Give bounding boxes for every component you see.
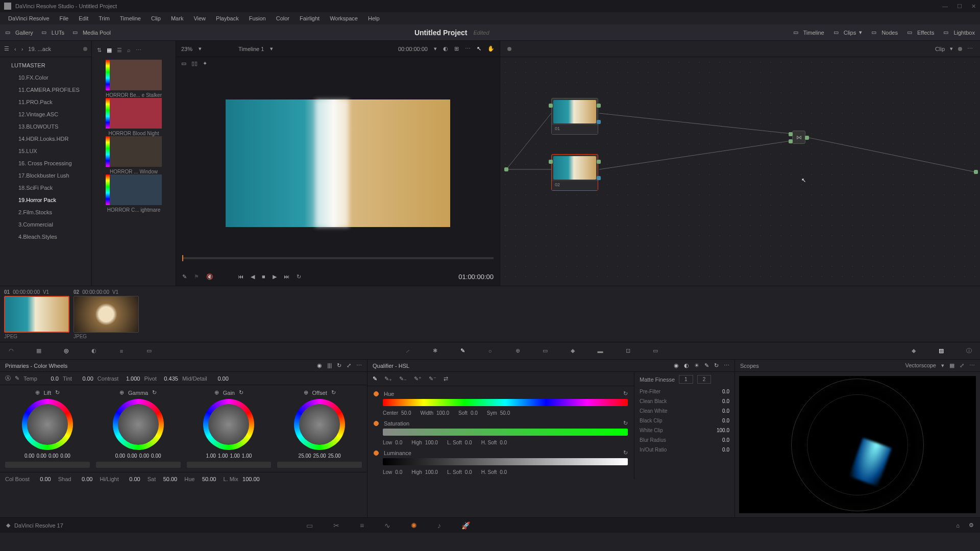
magic-mask-tool[interactable]: ▭ <box>540 346 550 356</box>
node-output[interactable] <box>974 170 978 174</box>
wheel-mode-icon[interactable]: ◉ <box>317 362 322 369</box>
more-icon[interactable]: ⋯ <box>465 45 471 52</box>
prev-frame-button[interactable]: ◀ <box>251 273 255 280</box>
blur-tool[interactable]: ◆ <box>568 346 578 356</box>
lut-folder[interactable]: 11.CAMERA.PROFILES <box>0 84 91 96</box>
window-tool[interactable]: ○ <box>485 346 495 356</box>
forward-icon[interactable]: › <box>21 46 23 52</box>
fusion-page[interactable]: ∿ <box>384 521 390 530</box>
layer-mixer[interactable]: ⋈ <box>792 131 805 144</box>
scopes-icon[interactable]: ▨ <box>936 346 946 356</box>
picker-add-icon[interactable]: ✎₊ <box>384 375 392 382</box>
lut-folder[interactable]: 11.PRO.Pack <box>0 96 91 108</box>
pointer-icon[interactable]: ↖ <box>477 45 481 52</box>
back-icon[interactable]: ‹ <box>14 46 16 52</box>
picker-sub-icon[interactable]: ✎₋ <box>399 375 407 382</box>
home-icon[interactable]: ⌂ <box>956 522 960 529</box>
play-button[interactable]: ▶ <box>273 273 277 280</box>
chevron-down-icon[interactable]: ▾ <box>950 45 953 52</box>
more-icon[interactable]: ⋯ <box>136 47 141 54</box>
maximize-icon[interactable]: ☐ <box>957 3 962 10</box>
split-icon[interactable]: ▯▯ <box>191 60 198 67</box>
tracker-tool[interactable]: ⊕ <box>512 346 523 356</box>
lum-range-bar[interactable] <box>383 458 628 465</box>
last-frame-button[interactable]: ⏭ <box>284 273 289 280</box>
node-mode[interactable]: Clip <box>935 46 945 52</box>
middetail-value[interactable]: 0.00 <box>210 375 229 382</box>
hsl-icon[interactable]: ◉ <box>674 362 679 369</box>
feather-sub-icon[interactable]: ✎⁻ <box>429 375 436 382</box>
search-icon[interactable]: ⌕ <box>127 47 131 54</box>
matte-param[interactable]: White Clip100.0 <box>640 425 729 435</box>
menu-file[interactable]: File <box>55 15 74 21</box>
picker-icon[interactable]: ✎ <box>373 375 377 382</box>
3d-icon[interactable]: ✎ <box>704 362 709 369</box>
matte-tab-2[interactable]: 2 <box>697 375 712 384</box>
menu-help[interactable]: Help <box>363 15 385 21</box>
more-icon[interactable]: ⋯ <box>724 362 729 369</box>
color-page[interactable]: ✺ <box>411 521 417 530</box>
toolbar-mediapool[interactable]: ▭Media Pool <box>72 29 111 36</box>
chevron-down-icon[interactable]: ▾ <box>270 45 273 52</box>
wand-icon[interactable]: ✦ <box>203 60 207 67</box>
chevron-down-icon[interactable]: ▾ <box>199 45 202 52</box>
matte-param[interactable]: In/Out Ratio0.0 <box>640 445 729 455</box>
lut-preset[interactable]: HORROR Be... e Stalker <box>97 60 170 98</box>
lut-folder[interactable]: 3.Commercial <box>0 218 91 231</box>
viewer-scrubber[interactable] <box>176 257 500 267</box>
menu-davinciresolve[interactable]: DaVinci Resolve <box>3 15 55 21</box>
chevron-down-icon[interactable]: ▾ <box>434 45 437 52</box>
edit-page[interactable]: ≡ <box>360 521 364 530</box>
lut-folder[interactable]: 4.Bleach.Styles <box>0 231 91 243</box>
matte-param[interactable]: Black Clip0.0 <box>640 416 729 425</box>
settings-icon[interactable]: ⚙ <box>969 522 974 529</box>
sat-range-bar[interactable] <box>383 429 628 436</box>
grid-view-icon[interactable]: ▦ <box>107 47 112 54</box>
highlight-icon[interactable]: ▭ <box>181 60 186 67</box>
matte-tab-1[interactable]: 1 <box>679 375 693 384</box>
lut-folder[interactable]: 17.Blockbuster Lush <box>0 169 91 182</box>
curves-icon[interactable]: ⟋ <box>402 346 412 356</box>
menu-edit[interactable]: Edit <box>74 15 93 21</box>
info-icon[interactable]: ⓘ <box>964 346 974 356</box>
lum-toggle[interactable] <box>374 450 379 456</box>
expand-icon[interactable]: ⤢ <box>960 362 964 369</box>
minimize-icon[interactable]: — <box>942 3 948 10</box>
matte-param[interactable]: Clean Black0.0 <box>640 396 729 406</box>
menu-playback[interactable]: Playback <box>211 15 244 21</box>
invert-icon[interactable]: ⇄ <box>444 375 448 382</box>
lut-folder[interactable]: 14.HDR.Looks.HDR <box>0 133 91 145</box>
toolbar-lightbox[interactable]: ▭Lightbox <box>943 29 975 36</box>
motion-tool[interactable]: ▭ <box>144 346 154 356</box>
3d-tool[interactable]: ▭ <box>650 346 660 356</box>
sort-icon[interactable]: ⇅ <box>97 47 102 54</box>
node-02[interactable]: 02 <box>551 154 598 191</box>
more-icon[interactable]: ⋯ <box>356 362 362 369</box>
node-01[interactable]: 01 <box>551 98 598 135</box>
menu-workspace[interactable]: Workspace <box>325 15 363 21</box>
log-mode-icon[interactable]: ↻ <box>337 362 341 369</box>
list-view-icon[interactable]: ☰ <box>117 47 122 54</box>
bypass-icon[interactable]: ◐ <box>443 45 448 52</box>
rgb-icon[interactable]: ◐ <box>684 362 689 369</box>
menu-fusion[interactable]: Fusion <box>244 15 271 21</box>
vectorscope[interactable] <box>791 379 924 511</box>
reset-icon[interactable]: ↻ <box>623 420 628 427</box>
curves-tool[interactable]: ◠ <box>6 346 16 356</box>
pivot-value[interactable]: 0.435 <box>160 375 178 382</box>
hue-toggle[interactable] <box>374 391 379 396</box>
reset-icon[interactable]: ↻ <box>623 390 628 397</box>
lut-preset[interactable]: HORROR ... Window <box>97 136 170 174</box>
lut-folder[interactable]: 13.BLOWOUTS <box>0 120 91 133</box>
warp-icon[interactable]: ✱ <box>430 346 440 356</box>
menu-clip[interactable]: Clip <box>146 15 166 21</box>
eyedropper-icon[interactable]: ✎ <box>182 273 187 280</box>
primaries-tool[interactable]: ◎ <box>61 346 71 356</box>
fairlight-page[interactable]: ♪ <box>437 521 441 530</box>
lut-folder[interactable]: 18.SciFi Pack <box>0 182 91 194</box>
lut-folder[interactable]: 16. Cross Processing <box>0 157 91 169</box>
mute-icon[interactable]: 🔇 <box>206 273 213 280</box>
keyframe-icon[interactable]: ◆ <box>909 346 919 356</box>
clip-thumbnail[interactable]: 0200:00:00:00V1JPEG <box>74 289 139 339</box>
matte-param[interactable]: Pre-Filter0.0 <box>640 387 729 396</box>
